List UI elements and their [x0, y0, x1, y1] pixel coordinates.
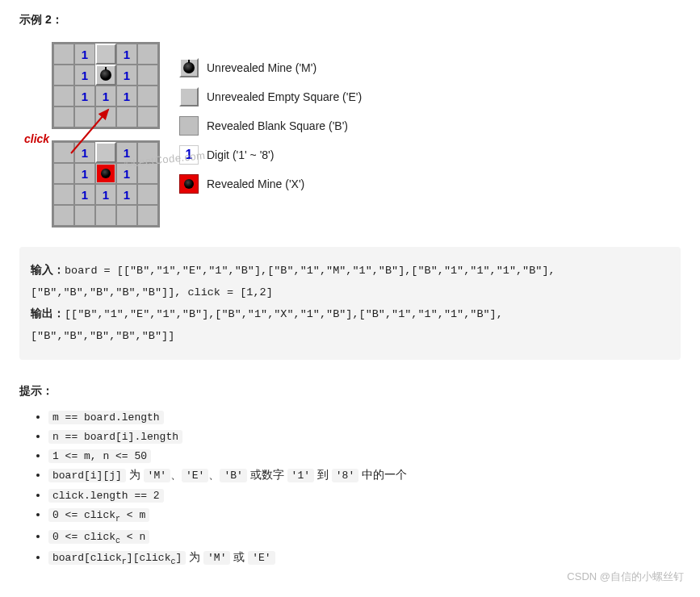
board-cell: 1 [74, 86, 95, 106]
output-text: [["B","1","E","1","B"],["B","1","X","1",… [31, 308, 503, 342]
hint-text: board[click [52, 552, 122, 564]
hint-code: '1' [287, 469, 314, 482]
board-cell [137, 205, 158, 226]
hint-code: '8' [332, 469, 358, 482]
hint-text: 为 [186, 550, 203, 563]
hint-item: board[clickr][clickc] 为 'M' 或 'E' [48, 550, 681, 566]
hint-code: 'M' [203, 551, 230, 565]
revealed-mine-icon [179, 174, 199, 194]
board-cell [95, 44, 116, 65]
hint-code: 'E' [182, 469, 208, 482]
example-title: 示例 2： [19, 13, 681, 27]
hint-text: 到 [314, 468, 332, 481]
io-codebox: 输入：board = [["B","1","E","1","B"],["B","… [19, 247, 681, 360]
board-cell [95, 163, 116, 184]
legend-row-mine: Unrevealed Mine ('M') [179, 58, 362, 77]
board-cell [95, 205, 116, 226]
board-cell [53, 205, 74, 226]
legend-row-empty: Unrevealed Empty Square ('E') [179, 87, 362, 106]
hint-code: click.length == 2 [48, 489, 164, 503]
board-cell: 1 [74, 65, 95, 86]
revealed-bomb-icon [97, 165, 115, 182]
board-cell: 1 [116, 184, 137, 205]
board-after: 1111111 [52, 140, 160, 228]
legend-row-digit: 1 Digit ('1' ~ '8') [179, 145, 362, 165]
hint-text: 、 [208, 468, 220, 481]
board-cell [95, 106, 116, 127]
board-cell [116, 205, 137, 226]
hints-list: m == board.length n == board[i].length 1… [48, 410, 681, 566]
hint-item: m == board.length [48, 410, 681, 424]
empty-icon [179, 87, 199, 106]
board-cell [53, 44, 74, 65]
hint-item: n == board[i].length [48, 429, 681, 443]
hint-code: 0 <= clickr < m [48, 508, 149, 522]
board-cell [137, 86, 158, 106]
legend-label: Unrevealed Mine ('M') [207, 61, 316, 74]
hint-item: 0 <= clickr < m [48, 507, 681, 524]
hint-text: 0 <= click [52, 531, 115, 543]
boards-column: 1111111 click ©LeetCode.com 1111111 [52, 42, 160, 228]
board-cell: 1 [74, 142, 95, 163]
hint-text: 或数字 [247, 468, 287, 481]
board-before: 1111111 [52, 42, 160, 129]
figure-area: 1111111 click ©LeetCode.com 1111111 Unre… [52, 42, 681, 228]
board-cell [74, 205, 95, 226]
board-cell: 1 [74, 44, 95, 65]
hint-code: board[i][j] [48, 469, 126, 482]
board-cell [53, 163, 74, 184]
hint-code: board[clickr][clickc] [48, 551, 186, 565]
board-cell [53, 65, 74, 86]
hint-text: 或 [230, 550, 248, 563]
footer-watermark: CSDN @自信的小螺丝钉 [567, 570, 684, 584]
legend-label: Unrevealed Empty Square ('E') [207, 90, 362, 103]
hint-text: 、 [170, 468, 182, 481]
board-cell [53, 184, 74, 205]
board-cell: 1 [95, 86, 116, 106]
board-cell [95, 142, 116, 163]
hint-text: 为 [126, 468, 144, 481]
mine-icon [179, 58, 199, 77]
blank-icon [179, 116, 199, 136]
board-cell: 1 [116, 44, 137, 65]
board-cell [137, 65, 158, 86]
hint-item: 0 <= clickc < n [48, 529, 681, 545]
hint-code: m == board.length [48, 411, 164, 424]
board-cell [95, 65, 116, 86]
bomb-icon [100, 69, 111, 81]
hint-text: 中的一个 [358, 468, 407, 481]
hint-item: board[i][j] 为 'M'、'E'、'B' 或数字 '1' 到 '8' … [48, 468, 681, 482]
board-cell: 1 [116, 65, 137, 86]
board-cell [53, 106, 74, 127]
board-cell [137, 44, 158, 65]
board-cell [116, 106, 137, 127]
hint-text: ] [175, 552, 182, 564]
board-cell [53, 86, 74, 106]
click-label: click [24, 132, 49, 145]
board-cell [74, 106, 95, 127]
hint-text: < n [120, 531, 145, 543]
hint-code: 1 <= m, n <= 50 [48, 449, 151, 463]
legend: Unrevealed Mine ('M') Unrevealed Empty S… [179, 58, 362, 194]
board-cell [137, 184, 158, 205]
hint-code: 'M' [144, 469, 170, 482]
board-cell: 1 [95, 184, 116, 205]
hint-item: click.length == 2 [48, 488, 681, 502]
board-cell: 1 [116, 86, 137, 106]
board-cell [53, 142, 74, 163]
board-cell [137, 106, 158, 127]
hint-text: < m [120, 509, 145, 521]
hint-text: 0 <= click [52, 509, 115, 521]
hint-code: 'B' [220, 469, 246, 482]
input-text: board = [["B","1","E","1","B"],["B","1",… [31, 265, 555, 298]
hint-text: ][click [127, 552, 171, 564]
board-cell: 1 [74, 163, 95, 184]
legend-row-revealed-mine: Revealed Mine ('X') [179, 174, 362, 194]
legend-label: Digit ('1' ~ '8') [207, 148, 274, 161]
hints-title: 提示： [19, 384, 681, 399]
hint-code: 0 <= clickc < n [48, 530, 149, 544]
input-label: 输入： [31, 265, 65, 277]
hint-code: 'E' [248, 551, 275, 565]
board-cell: 1 [74, 184, 95, 205]
legend-label: Revealed Blank Square ('B') [207, 119, 348, 132]
